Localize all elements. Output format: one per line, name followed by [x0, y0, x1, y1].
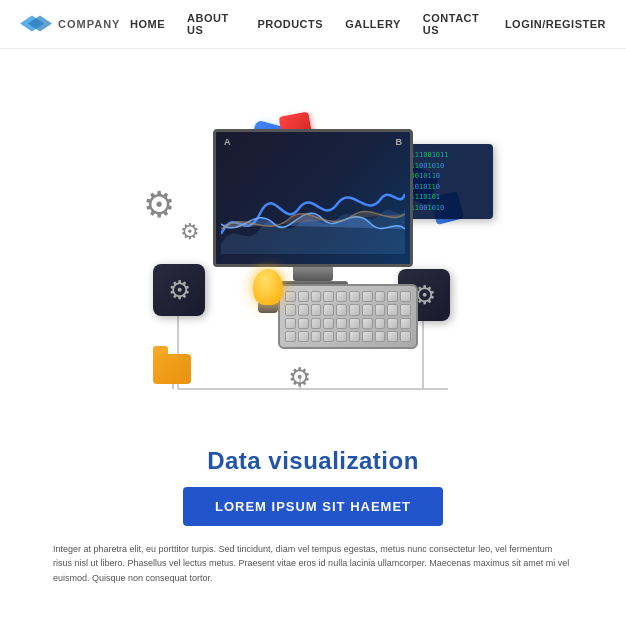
chart-label-a: A	[224, 137, 231, 147]
key	[323, 331, 334, 342]
key	[375, 304, 386, 315]
key	[362, 331, 373, 342]
bulb-glass	[253, 269, 283, 305]
nav-gallery[interactable]: GALLERY	[345, 18, 401, 30]
body-text: Integer at pharetra elit, eu porttitor t…	[23, 542, 603, 585]
hero-section: ⚙ ⚙ ⚙ ⚙ ⚙ 1110100111001011 0101110110010…	[0, 49, 626, 585]
key	[362, 318, 373, 329]
folder-yellow-bottom-left	[153, 354, 191, 384]
logo-text: COMPANY	[58, 18, 120, 30]
header: COMPANY HOME ABOUT US PRODUCTS GALLERY C…	[0, 0, 626, 49]
key	[349, 291, 360, 302]
key	[323, 318, 334, 329]
key	[336, 331, 347, 342]
monitor: A B	[213, 129, 413, 279]
nav-home[interactable]: HOME	[130, 18, 165, 30]
key	[387, 291, 398, 302]
key	[311, 318, 322, 329]
key	[387, 318, 398, 329]
nav-about[interactable]: ABOUT US	[187, 12, 235, 36]
key	[400, 291, 411, 302]
key	[400, 304, 411, 315]
key	[375, 331, 386, 342]
gear-box-left: ⚙	[153, 264, 205, 316]
gear-bottom-icon: ⚙	[281, 359, 317, 395]
logo: COMPANY	[20, 14, 130, 34]
logo-icon	[20, 14, 52, 34]
key	[298, 291, 309, 302]
key	[298, 304, 309, 315]
key	[323, 291, 334, 302]
lightbulb	[253, 269, 283, 313]
chart-label-b: B	[396, 137, 403, 147]
key	[400, 318, 411, 329]
key	[375, 318, 386, 329]
key	[349, 331, 360, 342]
wave-chart	[221, 174, 405, 254]
key	[311, 304, 322, 315]
key	[375, 291, 386, 302]
key	[285, 331, 296, 342]
nav-login[interactable]: LOGIN/REGISTER	[505, 18, 606, 30]
nav-products[interactable]: PRODUCTS	[257, 18, 323, 30]
chart-area	[221, 174, 405, 254]
key	[298, 331, 309, 342]
monitor-stand	[293, 267, 333, 281]
key	[349, 304, 360, 315]
key	[285, 318, 296, 329]
key	[311, 331, 322, 342]
nav-contact[interactable]: CONTACT US	[423, 12, 483, 36]
keyboard	[278, 284, 418, 349]
gear-small-icon: ⚙	[175, 217, 205, 247]
key	[298, 318, 309, 329]
key	[336, 318, 347, 329]
illustration: ⚙ ⚙ ⚙ ⚙ ⚙ 1110100111001011 0101110110010…	[103, 69, 523, 439]
key	[336, 291, 347, 302]
key	[323, 304, 334, 315]
key	[362, 291, 373, 302]
key	[400, 331, 411, 342]
key	[387, 304, 398, 315]
key	[362, 304, 373, 315]
key	[387, 331, 398, 342]
key	[349, 318, 360, 329]
page-title: Data visualization	[207, 447, 419, 475]
key	[336, 304, 347, 315]
key	[285, 304, 296, 315]
key	[311, 291, 322, 302]
cta-button[interactable]: LOREM IPSUM SIT HAEMET	[183, 487, 443, 526]
nav: HOME ABOUT US PRODUCTS GALLERY CONTACT U…	[130, 12, 606, 36]
monitor-screen: A B	[213, 129, 413, 267]
